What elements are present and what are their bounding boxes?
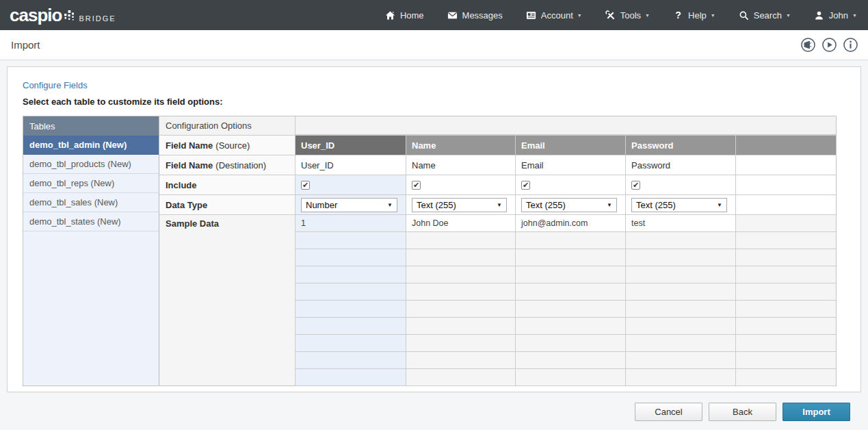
sample-data-row	[295, 352, 836, 369]
data-type-value: Text (255)	[526, 200, 566, 210]
dropdown-caret-icon: ▼	[497, 202, 502, 208]
table-list-item[interactable]: demo_tbl_products (New)	[23, 155, 159, 174]
data-type-filler	[736, 195, 836, 215]
nav-item-messages[interactable]: Messages	[447, 10, 503, 21]
import-wizard-card: Configure Fields Select each table to cu…	[7, 66, 861, 392]
back-button[interactable]: Back	[709, 403, 776, 421]
table-list-item[interactable]: demo_tbl_admin (New)	[23, 136, 159, 155]
chevron-down-icon: ▼	[852, 13, 857, 18]
sample-data-cell	[406, 352, 516, 369]
sample-data-cell: 1	[295, 215, 406, 232]
destination-cell: Name	[406, 155, 516, 175]
id-card-icon	[526, 10, 536, 21]
logo-dots-icon	[64, 8, 75, 23]
cancel-button[interactable]: Cancel	[635, 403, 702, 421]
grid-header-spacer-cell	[295, 116, 836, 135]
include-filler	[736, 175, 836, 195]
chevron-down-icon: ▼	[786, 13, 791, 18]
dropdown-caret-icon: ▼	[717, 202, 722, 208]
table-list-item[interactable]: demo_tbl_reps (New)	[23, 174, 159, 193]
source-header-cell: User_ID	[295, 136, 406, 155]
sample-data-filler	[736, 249, 836, 266]
include-checkbox[interactable]: ✔	[521, 181, 530, 190]
sample-data-cell	[295, 369, 406, 386]
sample-data-cell	[406, 283, 516, 301]
nav-item-label: Help	[688, 10, 707, 21]
table-list-item[interactable]: demo_tbl_states (New)	[23, 212, 159, 231]
data-type-dropdown[interactable]: Number▼	[301, 198, 397, 212]
nav-item-label: Home	[400, 10, 424, 21]
config-row-label: Field Name(Destination)	[159, 155, 295, 175]
sample-data-cell	[516, 283, 626, 301]
data-type-dropdown[interactable]: Text (255)▼	[631, 198, 727, 212]
import-button[interactable]: Import	[782, 403, 850, 421]
chevron-down-icon: ▼	[577, 13, 582, 18]
chevron-down-icon: ▼	[711, 13, 715, 18]
data-type-cell: Text (255)▼	[406, 195, 516, 215]
sample-data-filler	[736, 352, 836, 369]
home-icon	[385, 10, 395, 21]
sample-data-cell	[626, 266, 736, 283]
tables-panel-header: Tables	[23, 116, 159, 136]
data-type-cell: Number▼	[295, 195, 406, 215]
sample-value: John Doe	[412, 218, 449, 228]
sample-data-cell	[295, 283, 406, 301]
sample-data-filler	[736, 232, 836, 249]
sample-data-cell	[626, 232, 736, 249]
sample-data-cell	[295, 335, 406, 352]
nav-item-label: Messages	[462, 10, 503, 21]
sample-data-row	[295, 335, 836, 352]
sample-data-cell	[406, 318, 516, 335]
data-type-value: Text (255)	[636, 200, 676, 210]
sample-data-cell	[626, 318, 736, 335]
sample-data-cell	[406, 232, 516, 249]
search-icon	[739, 10, 749, 21]
include-checkbox[interactable]: ✔	[412, 181, 421, 190]
sample-data-cell	[516, 335, 626, 352]
nav-item-tools[interactable]: Tools▼	[605, 10, 650, 21]
user-icon	[814, 10, 824, 21]
sample-data-filler	[736, 335, 836, 352]
destination-filler	[736, 155, 836, 175]
nav-item-home[interactable]: Home	[385, 10, 424, 21]
sample-data-cell	[516, 249, 626, 266]
play-icon[interactable]	[821, 37, 837, 53]
nav-item-john[interactable]: John▼	[814, 10, 857, 21]
sample-data-cell	[406, 301, 516, 318]
sample-data-row	[295, 301, 836, 318]
data-type-cell: Text (255)▼	[516, 195, 626, 215]
sample-data-cell	[516, 318, 626, 335]
destination-cell: User_ID	[295, 155, 406, 175]
logo-suffix-text: BRIDGE	[79, 14, 116, 23]
data-type-value: Text (255)	[417, 200, 456, 210]
config-options-header: Configuration Options	[159, 116, 295, 136]
config-row-label: Data Type	[159, 195, 295, 215]
data-type-dropdown[interactable]: Text (255)▼	[521, 198, 617, 212]
field-grid: User_IDNameEmailPasswordUser_IDNameEmail…	[295, 116, 836, 385]
sample-data-cell	[295, 232, 406, 249]
sample-data-cell	[516, 369, 626, 386]
include-checkbox[interactable]: ✔	[301, 181, 310, 190]
configure-fields-link[interactable]: Configure Fields	[23, 80, 88, 90]
sample-data-row	[295, 232, 836, 249]
data-type-dropdown[interactable]: Text (255)▼	[412, 198, 507, 212]
sample-data-filler	[736, 215, 836, 232]
nav-item-help[interactable]: ?Help▼	[673, 10, 715, 21]
sample-data-cell: john@admin.com	[516, 215, 626, 232]
megaphone-icon[interactable]	[800, 37, 816, 53]
navbar-menu: HomeMessagesAccount▼Tools▼?Help▼Search▼J…	[385, 10, 857, 21]
nav-item-search[interactable]: Search▼	[739, 10, 791, 21]
include-checkbox[interactable]: ✔	[631, 181, 640, 190]
table-list-item[interactable]: demo_tbl_sales (New)	[23, 193, 159, 212]
sample-data-cell	[516, 232, 626, 249]
sample-data-cell	[626, 283, 736, 301]
sample-data-row	[295, 249, 836, 266]
help-icon: ?	[673, 10, 683, 21]
sample-data-cell	[626, 352, 736, 369]
nav-item-account[interactable]: Account▼	[526, 10, 582, 21]
include-cell: ✔	[295, 175, 406, 195]
sample-data-cell: test	[626, 215, 736, 232]
sample-data-cell	[406, 369, 516, 386]
destination-cell: Email	[516, 155, 626, 175]
info-icon[interactable]	[843, 37, 858, 53]
